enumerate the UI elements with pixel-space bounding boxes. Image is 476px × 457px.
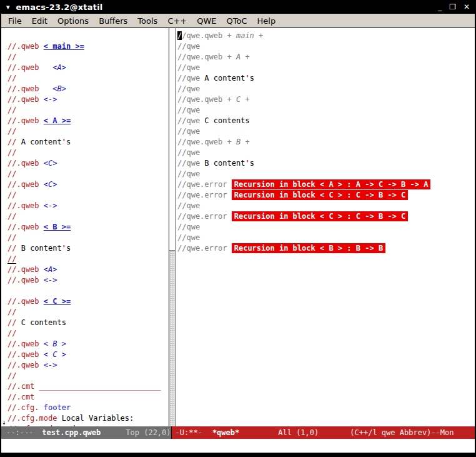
left-window-scrollbar[interactable] [169, 28, 176, 426]
modelines: --:---test.cpp.qwebTop (22,0) -U:**-*qwe… [1, 426, 475, 439]
code-segment: <C> [44, 159, 57, 168]
code-segment: < main >= [44, 42, 84, 51]
code-segment: + C + [227, 95, 249, 104]
left-buffer-line: //.qweb <C> [7, 179, 169, 190]
left-buffer-line: // [7, 73, 169, 84]
right-buffer-line: //qwe C contents [177, 116, 475, 126]
code-segment: <B> [52, 84, 66, 93]
code-segment: //qwe [177, 223, 200, 231]
code-segment: < C >= [44, 297, 71, 306]
left-buffer-line: //.qweb < C >= [7, 296, 169, 307]
minibuffer[interactable] [1, 439, 475, 453]
code-segment: < B >= [44, 223, 71, 231]
right-buffer-line: //qwe [177, 41, 475, 52]
menu-item-qtoc[interactable]: QToC [222, 16, 252, 26]
right-buffer-line: //qwe [177, 201, 475, 211]
right-buffer-line: //qwe A content's [177, 73, 475, 84]
code-segment: // [7, 212, 16, 221]
code-segment: //qwe [177, 127, 200, 136]
window-menu-icon[interactable]: ▾ [6, 3, 10, 11]
left-buffer-line [7, 286, 169, 296]
code-segment: ' [245, 74, 249, 83]
code-segment: A content [21, 138, 62, 146]
code-segment: s [66, 138, 71, 146]
code-segment: //qwe [177, 148, 200, 157]
error-message: Recursion in block < A > : A -> C -> B -… [232, 179, 431, 189]
emacs-window: ▾ emacs-23.2@xtatil _ ❒ ✕ FileEditOption… [0, 0, 476, 457]
left-buffer-line: //.qweb < main >= [7, 41, 169, 52]
close-button[interactable]: ✕ [464, 3, 470, 11]
code-segment: //qwe.qweb [177, 138, 227, 146]
left-buffer-window[interactable]: //.qweb < main >=////.qweb <A>////.qweb … [1, 28, 169, 426]
left-buffer-line: // C contents [7, 318, 169, 328]
scrollbar-thumb[interactable] [169, 28, 175, 251]
modeline-flags: --:--- [6, 428, 33, 437]
right-buffer-line: //qwe.qweb + B + [177, 137, 475, 148]
menu-item-buffers[interactable]: Buffers [94, 16, 132, 26]
right-buffer-line: //qwe.error Recursion in block < C > : C… [177, 190, 475, 201]
left-buffer-line: // [7, 190, 169, 201]
right-buffer-line: //qwe [177, 63, 475, 73]
code-segment: //.qweb [7, 339, 44, 348]
left-buffer-line [7, 31, 169, 41]
left-buffer-line: // [7, 169, 169, 179]
left-buffer-line: //.qweb < B >= [7, 222, 169, 233]
code-segment: // [7, 138, 21, 146]
menu-item-options[interactable]: Options [52, 16, 94, 26]
code-segment: ___________________________ [39, 382, 161, 391]
titlebar[interactable]: ▾ emacs-23.2@xtatil _ ❒ ✕ [1, 0, 475, 14]
code-segment: //qwe [177, 201, 200, 210]
menu-item-tools[interactable]: Tools [132, 16, 162, 26]
code-segment: //.qweb [7, 116, 44, 125]
code-segment: Local Variables: [62, 414, 134, 423]
minimize-button[interactable]: _ [438, 3, 442, 11]
code-segment: B content [21, 244, 62, 253]
left-buffer-line: //.qweb <C> [7, 158, 169, 169]
menu-item-c[interactable]: C++ [162, 16, 192, 26]
modeline-modes[interactable]: (C++/l qwe Abbrev)--Mon [350, 428, 454, 437]
code-segment: //.qweb [7, 297, 44, 306]
code-segment: //qwe [177, 106, 200, 114]
right-buffer-window[interactable]: //qwe.qweb + main +//qwe//qwe.qweb + A +… [176, 28, 475, 426]
modeline-buffer-name[interactable]: test.cpp.qweb [42, 428, 101, 437]
menu-item-file[interactable]: File [3, 16, 27, 26]
code-segment: < C > [44, 350, 66, 359]
right-buffer-line: //qwe.error Recursion in block < A > : A… [177, 179, 475, 190]
menu-item-help[interactable]: Help [252, 16, 281, 26]
code-segment: //qwe [177, 116, 204, 125]
code-segment: //.qweb [7, 276, 44, 284]
code-segment: footer [39, 403, 71, 412]
left-buffer-line: // [7, 233, 169, 243]
right-buffer-line: //qwe.qweb + A + [177, 52, 475, 63]
scrollbar-trough[interactable] [169, 251, 175, 426]
code-segment: <C> [44, 180, 57, 189]
code-segment: ' [62, 138, 66, 146]
code-segment: // [7, 148, 16, 157]
left-buffer-line: //.cmt [7, 392, 169, 403]
right-buffer-line: //qwe [177, 169, 475, 179]
maximize-button[interactable]: ❒ [449, 3, 456, 11]
left-buffer-line: //.cmt ___________________________ [7, 381, 169, 392]
left-buffer-line: // [7, 254, 169, 264]
modeline-active[interactable]: -U:**-*qweb*All (1,0)(C++/l qwe Abbrev)-… [172, 426, 475, 439]
right-buffer-line: //qwe.qweb + C + [177, 94, 475, 105]
modeline-buffer-name[interactable]: *qweb* [212, 428, 239, 437]
code-segment: //.qweb [7, 42, 44, 51]
right-buffer-line: //qwe [177, 148, 475, 158]
modeline-flags: -U:**- [176, 428, 202, 437]
right-buffer-line: //qwe.qweb + main + [177, 31, 475, 41]
code-segment: B content [204, 159, 245, 168]
error-message: Recursion in block < B > : B -> B [232, 243, 385, 253]
code-segment: ' [245, 159, 249, 168]
code-segment: // [7, 53, 16, 61]
left-buffer-line: //.cfg.mode mode: c++ [7, 424, 169, 426]
menu-item-edit[interactable]: Edit [27, 16, 52, 26]
menu-item-qwe[interactable]: QWE [192, 16, 221, 26]
left-buffer-line: //.qweb < A >= [7, 116, 169, 126]
code-segment: + A + [227, 53, 249, 61]
code-segment: <A> [44, 265, 57, 274]
code-segment: //.qweb [7, 361, 44, 369]
left-buffer-line: // [7, 105, 169, 116]
left-buffer-line: //.qweb < B > [7, 339, 169, 349]
modeline-inactive[interactable]: --:---test.cpp.qwebTop (22,0) [1, 426, 172, 439]
